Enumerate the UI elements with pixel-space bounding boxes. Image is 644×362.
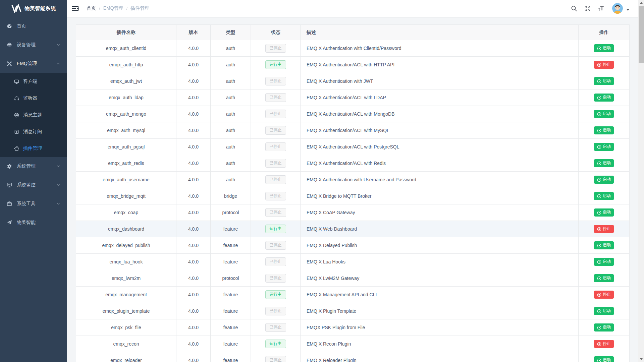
search-button[interactable] bbox=[567, 0, 581, 17]
start-plugin-button[interactable]: 启动 bbox=[594, 94, 614, 101]
main-content: 插件名称 版本 类型 状态 描述 操作 emqx_auth_clientid4.… bbox=[67, 17, 638, 362]
sidebar-item-tools[interactable]: 系统工具 bbox=[0, 194, 67, 213]
scrollbar-thumb[interactable] bbox=[639, 6, 644, 63]
action-button-label: 启动 bbox=[603, 243, 611, 247]
app-logo[interactable]: 物美智能系统 bbox=[0, 0, 67, 17]
table-row: emqx_reloader4.0.0feature已停止EMQ X Reload… bbox=[76, 352, 630, 362]
user-menu[interactable] bbox=[612, 3, 630, 14]
table-row: emqx_auth_jwt4.0.0auth已停止EMQ X Authentic… bbox=[76, 73, 630, 89]
plugin-version: 4.0.0 bbox=[188, 243, 199, 248]
chevron-down-icon bbox=[56, 43, 60, 47]
table-row: emqx_auth_http4.0.0auth运行中EMQ X Authenti… bbox=[76, 57, 630, 73]
start-plugin-button[interactable]: 启动 bbox=[594, 274, 614, 282]
table-row: emqx_auth_pgsql4.0.0auth已停止EMQ X Authent… bbox=[76, 139, 630, 155]
app-title: 物美智能系统 bbox=[25, 5, 56, 12]
sidebar-item-wumei[interactable]: 物美智能 bbox=[0, 213, 67, 232]
fullscreen-icon bbox=[585, 5, 591, 12]
plugin-name: emqx_management bbox=[105, 292, 147, 297]
plugin-desc: EMQ X Delayed Publish bbox=[307, 243, 357, 248]
start-plugin-button[interactable]: 启动 bbox=[594, 323, 614, 331]
play-circle-icon bbox=[597, 46, 601, 51]
start-plugin-button[interactable]: 启动 bbox=[594, 159, 614, 167]
sidebar-item-devices[interactable]: 设备管理 bbox=[0, 36, 67, 54]
paper-plane-icon bbox=[7, 220, 12, 225]
plugin-version: 4.0.0 bbox=[188, 78, 199, 84]
plugin-type: auth bbox=[226, 78, 235, 84]
stop-circle-icon bbox=[597, 293, 601, 297]
breadcrumb-home[interactable]: 首页 bbox=[87, 5, 96, 11]
plugin-type: feature bbox=[223, 259, 238, 264]
plugin-desc: EMQ X Authentication with JWT bbox=[307, 78, 373, 84]
sidebar-item-plugins[interactable]: 插件管理 bbox=[0, 140, 67, 157]
plugin-table-body: emqx_auth_clientid4.0.0auth已停止EMQ X Auth… bbox=[76, 40, 630, 362]
plugin-name: emqx_auth_username bbox=[103, 177, 149, 182]
stop-plugin-button[interactable]: 停止 bbox=[594, 340, 614, 348]
font-size-button[interactable]: TT bbox=[595, 0, 608, 17]
sidebar-item-monitor[interactable]: 系统监控 bbox=[0, 176, 67, 194]
start-plugin-button[interactable]: 启动 bbox=[594, 44, 614, 52]
sidebar-fold-button[interactable] bbox=[67, 0, 84, 17]
status-badge: 已停止 bbox=[265, 93, 286, 102]
plugin-desc: EMQ X Authentication/ACL with LDAP bbox=[307, 95, 386, 100]
table-row: emqx_auth_username4.0.0auth已停止EMQ X Auth… bbox=[76, 172, 630, 188]
plugin-desc: EMQ X Authentication/ACL with HTTP API bbox=[307, 62, 394, 67]
plugin-type: auth bbox=[226, 111, 235, 117]
start-plugin-button[interactable]: 启动 bbox=[594, 356, 614, 362]
status-badge: 已停止 bbox=[265, 77, 286, 85]
sidebar-item-home[interactable]: 首页 bbox=[0, 17, 67, 36]
plugin-type: feature bbox=[223, 325, 238, 330]
plugin-desc: EMQ X Plugin Template bbox=[307, 308, 356, 314]
stop-circle-icon bbox=[597, 227, 601, 231]
sidebar-item-system[interactable]: 系统管理 bbox=[0, 157, 67, 176]
sidebar-item-listeners[interactable]: 监听器 bbox=[0, 90, 67, 107]
table-row: emqx_bridge_mqtt4.0.0bridge已停止EMQ X Brid… bbox=[76, 188, 630, 204]
top-navbar: 首页 / EMQ管理 / 插件管理 TT bbox=[67, 0, 638, 17]
status-badge: 运行中 bbox=[265, 340, 286, 348]
sidebar-item-subscriptions[interactable]: 消息订阅 bbox=[0, 123, 67, 140]
start-plugin-button[interactable]: 启动 bbox=[594, 143, 614, 150]
plugin-name: emqx_lua_hook bbox=[110, 259, 143, 264]
start-plugin-button[interactable]: 启动 bbox=[594, 307, 614, 315]
scroll-up-arrow-icon[interactable] bbox=[638, 0, 644, 6]
hamburger-fold-icon bbox=[72, 6, 79, 11]
start-plugin-button[interactable]: 启动 bbox=[594, 176, 614, 183]
puzzle-icon bbox=[14, 146, 19, 151]
plugin-type: feature bbox=[223, 226, 238, 232]
fullscreen-button[interactable] bbox=[581, 0, 595, 17]
action-button-label: 启动 bbox=[603, 112, 611, 116]
sidebar-item-clients[interactable]: 客户端 bbox=[0, 73, 67, 90]
chevron-down-icon bbox=[56, 183, 60, 187]
start-plugin-button[interactable]: 启动 bbox=[594, 192, 614, 200]
vertical-scrollbar[interactable] bbox=[638, 0, 644, 362]
action-button-label: 启动 bbox=[603, 46, 611, 50]
stop-plugin-button[interactable]: 停止 bbox=[594, 225, 614, 233]
start-plugin-button[interactable]: 启动 bbox=[594, 258, 614, 265]
action-button-label: 停止 bbox=[603, 342, 611, 346]
stop-plugin-button[interactable]: 停止 bbox=[594, 61, 614, 68]
sidebar-item-topics[interactable]: 消息主题 bbox=[0, 107, 67, 123]
action-button-label: 启动 bbox=[603, 144, 611, 149]
sidebar-item-emq[interactable]: EMQ管理 bbox=[0, 54, 67, 73]
status-badge: 已停止 bbox=[265, 307, 286, 315]
plugin-desc: EMQX PSK Plugin from File bbox=[307, 325, 365, 330]
sidebar-item-label: 系统管理 bbox=[17, 163, 56, 169]
avatar bbox=[612, 3, 623, 14]
status-badge: 已停止 bbox=[265, 192, 286, 200]
status-badge: 已停止 bbox=[265, 208, 286, 217]
action-button-label: 启动 bbox=[603, 259, 611, 264]
col-header-name: 插件名称 bbox=[76, 25, 176, 40]
start-plugin-button[interactable]: 启动 bbox=[594, 77, 614, 85]
breadcrumb-emq[interactable]: EMQ管理 bbox=[103, 5, 123, 11]
scroll-down-arrow-icon[interactable] bbox=[638, 356, 644, 362]
plugin-desc: EMQ X Web Dashboard bbox=[307, 226, 357, 232]
sidebar-item-label: EMQ管理 bbox=[17, 61, 56, 67]
plugin-version: 4.0.0 bbox=[188, 358, 199, 362]
stop-plugin-button[interactable]: 停止 bbox=[594, 291, 614, 298]
plugin-name: emqx_auth_http bbox=[109, 62, 143, 67]
start-plugin-button[interactable]: 启动 bbox=[594, 241, 614, 249]
start-plugin-button[interactable]: 启动 bbox=[594, 126, 614, 134]
plugin-name: emqx_auth_ldap bbox=[109, 95, 144, 100]
breadcrumb: 首页 / EMQ管理 / 插件管理 bbox=[87, 5, 149, 11]
start-plugin-button[interactable]: 启动 bbox=[594, 208, 614, 216]
start-plugin-button[interactable]: 启动 bbox=[594, 110, 614, 118]
